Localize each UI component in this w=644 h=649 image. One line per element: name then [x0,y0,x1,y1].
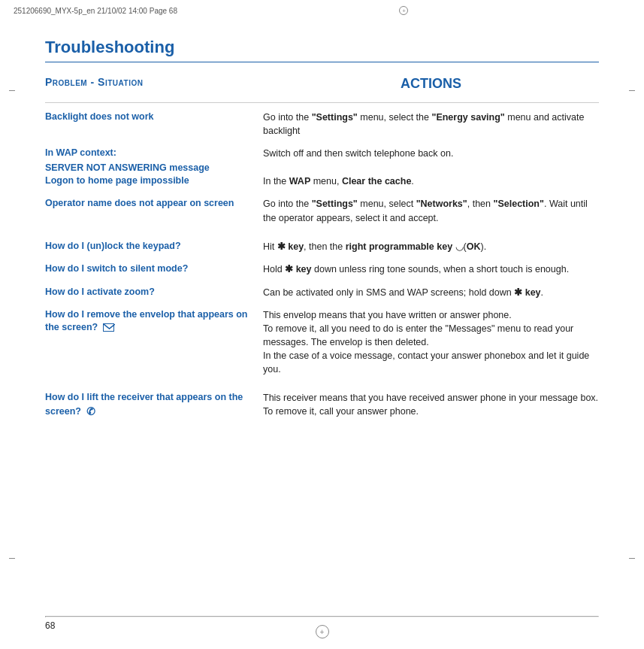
problem-envelop: How do I remove the envelop that appears… [45,308,263,335]
row-receiver: How do I lift the receiver that appears … [45,391,599,419]
action-envelop: This envelop means that you have written… [263,308,599,377]
row-operator: Operator name does not appear on screen … [45,197,599,224]
row-silent: How do I switch to silent mode? Hold ✱︎ … [45,262,599,276]
row-zoom: How do I activate zoom? Can be activated… [45,286,599,299]
reg-mark-right-top [629,90,635,91]
problem-operator: Operator name does not appear on screen [45,197,263,211]
row-envelop: How do I remove the envelop that appears… [45,308,599,377]
action-backlight: Go into the "Settings" menu, select the … [263,111,599,138]
problem-receiver: How do I lift the receiver that appears … [45,391,263,419]
row-wap: In WAP context: SERVER NOT ANSWERING mes… [45,147,599,174]
main-content: Troubleshooting Problem - Situation ACTI… [45,38,599,611]
row-unlock: How do I (un)lock the keypad? Hit ✱︎ key… [45,240,599,254]
doc-info-left: 251206690_MYX-5p_en 21/10/02 14:00 Page … [14,7,177,15]
action-operator: Go into the "Settings" menu, select "Net… [263,197,599,224]
problem-zoom: How do I activate zoom? [45,286,263,299]
row-logon: Logon to home page impossible In the WAP… [45,174,599,188]
problem-backlight: Backlight does not work [45,111,263,124]
table-header: Problem - Situation ACTIONS [45,76,599,92]
problem-silent: How do I switch to silent mode? [45,262,263,276]
reg-mark-right-bottom [629,558,635,559]
spacer-2 [45,385,599,391]
action-silent: Hold ✱︎ key down unless ring tone sounds… [263,262,599,276]
spacer-1 [45,234,599,240]
row-backlight: Backlight does not work Go into the "Set… [45,111,599,138]
registration-circle-top [399,6,408,15]
reg-mark-left-top [9,90,15,91]
action-unlock: Hit ✱︎ key, then the right programmable … [263,240,599,254]
registration-circle-bottom: + [316,625,329,638]
doc-header: 251206690_MYX-5p_en 21/10/02 14:00 Page … [14,6,630,15]
action-logon: In the WAP menu, Clear the cache. [263,174,599,188]
page-title: Troubleshooting [45,38,599,57]
problem-column-header: Problem - Situation [45,76,263,92]
problem-logon: Logon to home page impossible [45,174,263,188]
title-underline [45,62,599,62]
bottom-line [45,616,599,617]
actions-column-header: ACTIONS [263,76,599,92]
action-wap: Switch off and then switch telephone bac… [263,147,599,160]
action-receiver: This receiver means that you have receiv… [263,391,599,418]
envelope-icon [104,324,115,332]
content-divider [45,102,599,103]
problem-unlock: How do I (un)lock the keypad? [45,240,263,253]
page-number: 68 [45,620,55,631]
doc-header-center [399,6,408,15]
receiver-icon: ✆ [86,405,95,417]
action-zoom: Can be activated only in SMS and WAP scr… [263,286,599,299]
problem-wap: In WAP context: SERVER NOT ANSWERING mes… [45,147,263,174]
reg-mark-left-bottom [9,558,15,559]
